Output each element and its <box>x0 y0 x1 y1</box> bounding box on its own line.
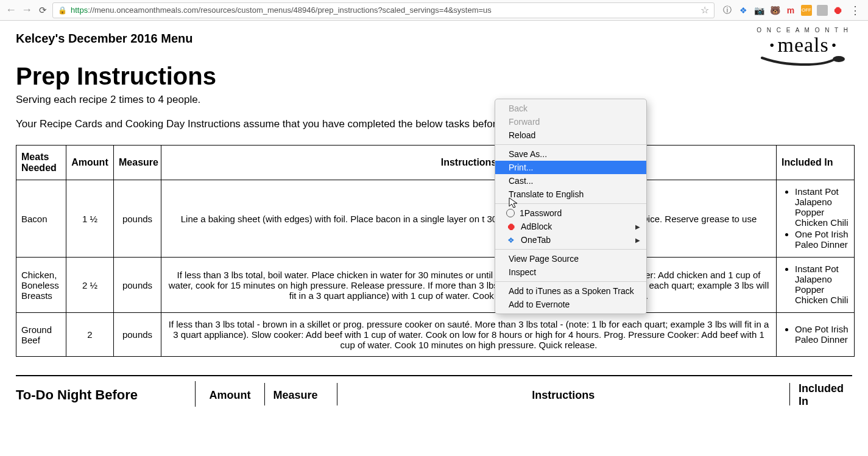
context-menu-item[interactable]: ❖OneTab <box>495 233 646 247</box>
back-button[interactable]: ← <box>5 4 17 16</box>
assumption-line: Your Recipe Cards and Cooking Day Instru… <box>16 118 852 130</box>
address-bar[interactable]: 🔒 https://menu.onceamonthmeals.com/resou… <box>52 2 715 18</box>
svg-point-0 <box>833 56 845 62</box>
included-item: Instant Pot Jalapeno Popper Chicken Chil… <box>795 186 849 228</box>
context-menu-item[interactable]: 1Password <box>495 206 646 220</box>
adblock-icon: ⯃ <box>506 222 516 231</box>
meats-table: Meats Needed Amount Measure Instructions… <box>16 145 855 357</box>
context-menu-item[interactable]: Cast... <box>495 174 646 188</box>
logo-word: meals <box>757 33 850 57</box>
camera-extension-icon[interactable]: 📷 <box>753 5 764 16</box>
forward-button[interactable]: → <box>21 4 33 16</box>
browser-menu-button[interactable]: ⋮ <box>847 4 863 17</box>
page-content: O N C E A M O N T H meals Kelcey's Decem… <box>0 21 868 423</box>
night-amount: Amount <box>196 383 264 405</box>
logo-arc-text: O N C E A M O N T H <box>757 27 850 33</box>
reload-button[interactable]: ⟳ <box>37 5 49 16</box>
header-included: Included In <box>777 146 855 180</box>
header-measure: Measure <box>114 146 161 180</box>
included-item: One Pot Irish Paleo Dinner <box>795 324 849 345</box>
context-menu-item: Forward <box>495 115 646 128</box>
cell-included: One Pot Irish Paleo Dinner <box>777 313 855 357</box>
extension-icons: ⓘ ❖ 📷 🐻 m OFF ⯃ <box>718 5 844 16</box>
onetab-icon: ❖ <box>506 235 516 245</box>
bear-extension-icon[interactable]: 🐻 <box>769 5 780 16</box>
lock-icon: 🔒 <box>58 6 67 15</box>
context-menu-item[interactable]: Translate to English <box>495 188 646 201</box>
cell-measure: pounds <box>114 313 161 357</box>
header-meats: Meats Needed <box>16 146 66 180</box>
brand-logo: O N C E A M O N T H meals <box>757 27 850 70</box>
page-heading: Prep Instructions <box>16 63 852 90</box>
bookmark-star-icon[interactable]: ☆ <box>700 4 709 16</box>
url: https://menu.onceamonthmeals.com/resourc… <box>71 5 492 15</box>
cell-amount: 1 ½ <box>66 180 114 258</box>
night-instructions: Instructions <box>337 383 790 405</box>
onetab-extension-icon[interactable]: ❖ <box>738 5 749 16</box>
cell-instructions: If less than 3 lbs total, boil water. Pl… <box>161 258 777 313</box>
table-row: Bacon1 ½poundsLine a baking sheet (with … <box>16 180 855 258</box>
table-row: Chicken, Boneless Breasts2 ½poundsIf les… <box>16 258 855 313</box>
night-before-header: To-Do Night Before Amount Measure Instru… <box>16 375 852 412</box>
context-menu-item[interactable]: ⯃AdBlock <box>495 220 646 233</box>
table-header-row: Meats Needed Amount Measure Instructions… <box>16 146 855 180</box>
context-menu-item[interactable]: View Page Source <box>495 252 646 265</box>
included-item: Instant Pot Jalapeno Popper Chicken Chil… <box>795 264 849 305</box>
cell-measure: pounds <box>114 258 161 313</box>
browser-toolbar: ← → ⟳ 🔒 https://menu.onceamonthmeals.com… <box>0 0 868 21</box>
included-item: One Pot Irish Paleo Dinner <box>795 229 849 250</box>
night-title: To-Do Night Before <box>16 381 196 407</box>
context-menu-item[interactable]: Reload <box>495 128 646 142</box>
info-extension-icon[interactable]: ⓘ <box>722 5 733 16</box>
off-extension-icon[interactable]: OFF <box>801 5 812 16</box>
context-menu-item: Back <box>495 102 646 115</box>
context-menu[interactable]: BackForwardReloadSave As...Print...Cast.… <box>495 99 647 314</box>
grey-extension-icon[interactable] <box>817 5 828 16</box>
adblock-extension-icon[interactable]: ⯃ <box>833 5 844 16</box>
context-menu-item[interactable]: Print... <box>495 161 646 174</box>
cell-amount: 2 ½ <box>66 258 114 313</box>
spoon-icon <box>761 55 846 68</box>
header-instructions: Instructions <box>161 146 777 180</box>
night-included: Included In <box>790 376 852 412</box>
cell-meat: Chicken, Boneless Breasts <box>16 258 66 313</box>
context-menu-item[interactable]: Add to iTunes as a Spoken Track <box>495 284 646 298</box>
cell-measure: pounds <box>114 180 161 258</box>
context-menu-item[interactable]: Add to Evernote <box>495 298 646 311</box>
cell-included: Instant Pot Jalapeno Popper Chicken Chil… <box>777 258 855 313</box>
header-amount: Amount <box>66 146 114 180</box>
serving-line: Serving each recipe 2 times to 4 people. <box>16 94 852 106</box>
cell-meat: Bacon <box>16 180 66 258</box>
onepassword-icon <box>506 209 515 217</box>
m-extension-icon[interactable]: m <box>785 5 796 16</box>
menu-title: Kelcey's December 2016 Menu <box>16 32 852 46</box>
cell-amount: 2 <box>66 313 114 357</box>
context-menu-item[interactable]: Inspect <box>495 265 646 279</box>
cell-meat: Ground Beef <box>16 313 66 357</box>
table-row: Ground Beef2poundsIf less than 3 lbs tot… <box>16 313 855 357</box>
cell-instructions: Line a baking sheet (with edges) with fo… <box>161 180 777 258</box>
cell-instructions: If less than 3 lbs total - brown in a sk… <box>161 313 777 357</box>
cell-included: Instant Pot Jalapeno Popper Chicken Chil… <box>777 180 855 258</box>
context-menu-item[interactable]: Save As... <box>495 147 646 161</box>
night-measure: Measure <box>265 383 337 405</box>
